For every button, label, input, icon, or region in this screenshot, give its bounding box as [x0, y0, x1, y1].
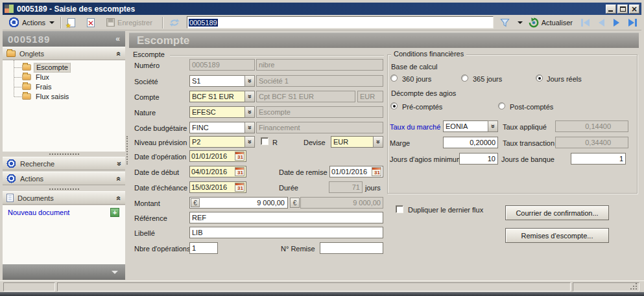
page-title-bar: Escompte — [129, 32, 639, 48]
radio-360-jours[interactable] — [390, 74, 398, 82]
montant-label: Montant — [134, 199, 160, 207]
sidebar-item-frais[interactable]: Frais — [3, 82, 125, 91]
actions-menu-button[interactable]: Actions — [5, 16, 58, 29]
status-bar — [0, 280, 644, 292]
societe-combo[interactable]: S1 — [189, 75, 255, 87]
taux-marche-value: EONIA — [443, 120, 488, 132]
radio-post-comptes[interactable] — [498, 102, 505, 109]
double-chevron-down-icon — [246, 110, 254, 113]
refresh-button[interactable]: Actualiser — [525, 16, 576, 29]
nouveau-document-link[interactable]: Nouveau document — [8, 209, 69, 216]
sidebar-item-escompte[interactable]: Escompte — [3, 63, 125, 72]
devise-dropdown-button[interactable] — [373, 136, 383, 148]
save-button[interactable]: Enregistrer — [103, 17, 156, 28]
libelle-label: Libellé — [134, 229, 155, 237]
devise-combo[interactable]: EUR — [331, 136, 383, 148]
recherche-section-header[interactable]: Recherche — [3, 157, 125, 170]
reference-input[interactable] — [189, 212, 383, 223]
euro-button[interactable] — [290, 198, 300, 208]
sidebar-splitter[interactable] — [3, 152, 125, 156]
sidebar-record-header: 0005189 — [3, 31, 125, 47]
sidebar-splitter[interactable] — [3, 187, 125, 191]
societe-dropdown-button[interactable] — [244, 75, 255, 87]
date-debut-field[interactable]: 04/01/2016 — [189, 166, 246, 177]
page-title: Escompte — [137, 34, 189, 47]
delete-record-button[interactable]: ✕ — [84, 17, 98, 28]
calendar-icon[interactable] — [372, 167, 381, 176]
nav-first-button[interactable] — [581, 19, 590, 27]
panel-splitter[interactable] — [125, 31, 129, 280]
date-echeance-field[interactable]: 15/03/2016 — [189, 181, 246, 193]
num-remise-input[interactable] — [320, 242, 383, 254]
nature-combo[interactable]: EFESC — [189, 106, 255, 118]
calendar-icon[interactable] — [235, 167, 244, 176]
date-remise-field[interactable]: 01/01/2016 — [329, 166, 383, 177]
taux-marche-combo[interactable]: EONIA — [443, 120, 498, 132]
sidebar-bottom-dropdown[interactable] — [3, 264, 125, 280]
date-echeance-label: Date d'échéance — [134, 184, 187, 192]
taux-marche-dropdown-button[interactable] — [488, 120, 498, 132]
record-search-input[interactable]: 0005189 — [187, 16, 494, 28]
euro-button[interactable] — [191, 198, 200, 207]
libelle-input[interactable] — [189, 227, 383, 238]
nav-next-button[interactable] — [614, 19, 619, 27]
onglets-section-header[interactable]: Onglets — [3, 47, 125, 60]
new-record-button[interactable]: ★ — [64, 17, 78, 28]
jours-agios-input[interactable] — [459, 153, 498, 165]
niveau-prevision-dropdown-button[interactable] — [244, 136, 255, 148]
remises-escompte-button[interactable]: Remises d'escompte... — [505, 228, 609, 243]
save-button-label: Enregistrer — [117, 19, 152, 27]
folder-icon — [22, 93, 30, 100]
marge-input[interactable] — [443, 137, 498, 148]
radio-pre-comptes[interactable] — [390, 102, 398, 109]
montant-field[interactable]: 9 000,00 — [189, 197, 288, 209]
toolbar-separator — [162, 17, 163, 28]
filter-button[interactable] — [496, 16, 514, 29]
dupliquer-checkbox[interactable] — [396, 205, 403, 213]
code-budgetaire-dropdown-button[interactable] — [244, 122, 255, 133]
date-operation-field[interactable]: 01/01/2016 — [189, 150, 246, 162]
date-debut-label: Date de début — [134, 168, 179, 176]
add-document-button[interactable]: + — [110, 208, 119, 217]
sidebar-item-flux[interactable]: Flux — [3, 73, 125, 82]
sidebar: 0005189 Onglets Escompte Flux Fra — [3, 31, 125, 280]
actions-section-header[interactable]: Actions — [3, 172, 125, 185]
calendar-icon[interactable] — [235, 183, 244, 192]
sync-button[interactable] — [166, 17, 183, 28]
close-button[interactable]: × — [629, 5, 639, 14]
jours-banque-input[interactable] — [571, 153, 626, 165]
montant-devise-field: 9 000,00 — [300, 197, 383, 209]
nbre-operations-input[interactable] — [189, 242, 218, 254]
r-checkbox-label: R — [272, 139, 278, 146]
niveau-prevision-combo[interactable]: P2 — [189, 136, 255, 148]
sidebar-collapse-icon[interactable] — [115, 35, 120, 43]
target-icon — [6, 159, 16, 168]
compte-combo[interactable]: BCF S1 EUR — [189, 91, 255, 102]
compte-label: Compte — [134, 93, 160, 101]
code-budgetaire-combo[interactable]: FINC — [189, 122, 255, 133]
nav-previous-button[interactable] — [599, 19, 604, 27]
status-cell-right — [573, 282, 639, 291]
r-checkbox[interactable] — [261, 137, 268, 145]
documents-section-header[interactable]: Documents — [3, 191, 125, 205]
folder-icon — [6, 51, 16, 57]
nature-desc-field: Escompte — [256, 106, 383, 118]
devise-label: Devise — [304, 139, 326, 146]
record-search-value: 0005189 — [189, 19, 218, 27]
onglets-section-label: Onglets — [19, 50, 44, 58]
compte-dropdown-button[interactable] — [244, 91, 255, 102]
radio-365-jours[interactable] — [461, 74, 468, 82]
resize-grip[interactable] — [630, 282, 637, 290]
triangle-right-icon — [614, 19, 619, 27]
minimize-icon — [608, 10, 613, 12]
sidebar-item-flux-saisis[interactable]: Flux saisis — [3, 92, 125, 101]
minimize-button[interactable] — [606, 5, 616, 14]
maximize-button[interactable] — [617, 5, 628, 14]
nav-last-button[interactable] — [628, 19, 637, 27]
nature-dropdown-button[interactable] — [244, 106, 255, 118]
radio-jours-reels[interactable] — [536, 74, 543, 82]
courrier-confirmation-button[interactable]: Courrier de confirmation... — [505, 205, 609, 220]
filter-dropdown-caret[interactable] — [518, 21, 523, 24]
actions-target-icon — [8, 17, 19, 28]
calendar-icon[interactable] — [235, 152, 244, 161]
